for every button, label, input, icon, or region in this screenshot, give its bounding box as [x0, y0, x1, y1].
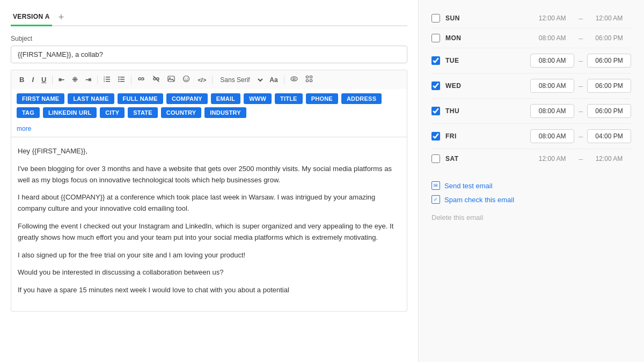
font-family-select[interactable]: Sans Serif Serif Monospace [216, 75, 265, 85]
schedule-day-label: FRI [445, 132, 465, 140]
schedule-checkbox-sat[interactable] [431, 154, 440, 163]
divider-2 [97, 76, 98, 84]
add-tab-button[interactable]: + [56, 11, 67, 23]
schedule-checkbox-wed[interactable] [431, 82, 440, 90]
end-time-input[interactable] [587, 79, 631, 93]
end-time-input[interactable] [587, 129, 631, 143]
end-time-input[interactable] [587, 54, 631, 68]
time-dash: – [579, 14, 583, 23]
schedule-checkbox-thu[interactable] [431, 107, 440, 115]
schedule-row-fri: FRI– [431, 124, 631, 149]
spam-check-link[interactable]: ✓ Spam check this email [431, 195, 631, 204]
tag-industry[interactable]: INDUSTRY [204, 107, 246, 118]
svg-point-17 [291, 77, 297, 81]
schedule-day-label: SUN [445, 14, 465, 22]
svg-point-14 [184, 76, 189, 82]
align-center-button[interactable]: ⁜ [69, 74, 80, 85]
tag-state[interactable]: STATE [128, 107, 158, 118]
subject-label: Subject [11, 35, 407, 42]
tag-address[interactable]: ADDRESS [341, 93, 382, 104]
schedule-time-range: – [530, 129, 631, 143]
email-editor-panel: VERSION A + Subject B I U ⇤ ⁜ ⇥ 123 [0, 0, 419, 362]
tag-tag[interactable]: TAG [17, 107, 40, 118]
svg-point-18 [293, 78, 295, 80]
code-button[interactable]: </> [195, 75, 209, 85]
tag-title[interactable]: TITLE [275, 93, 303, 104]
svg-rect-19 [306, 76, 308, 78]
editor-toolbar: B I U ⇤ ⁜ ⇥ 123 </> Sans Serif Serif [11, 70, 407, 89]
tag-first-name[interactable]: FIRST NAME [17, 93, 64, 104]
time-dash: – [579, 154, 583, 163]
subject-input[interactable] [11, 46, 407, 63]
start-time-input[interactable] [530, 104, 574, 118]
email-body-editor[interactable]: Hey {{FIRST_NAME}},I've been blogging fo… [11, 137, 407, 312]
divider-3 [131, 76, 131, 84]
delete-email-link[interactable]: Delete this email [431, 213, 631, 221]
tag-last-name[interactable]: LAST NAME [68, 93, 114, 104]
divider-1 [52, 76, 53, 84]
body-paragraph: Would you be interested in discussing a … [18, 267, 400, 278]
more-link[interactable]: more [17, 125, 31, 132]
tag-phone[interactable]: PHONE [306, 93, 338, 104]
body-paragraph: Following the event I checked out your I… [18, 221, 400, 243]
tag-full-name[interactable]: FULL NAME [118, 93, 163, 104]
unlink-button[interactable] [150, 73, 163, 86]
schedule-checkbox-mon[interactable] [431, 34, 440, 42]
ordered-list-button[interactable]: 123 [101, 74, 113, 86]
tag-country[interactable]: COUNTRY [161, 107, 202, 118]
link-button[interactable] [135, 73, 148, 86]
bold-button[interactable]: B [17, 74, 27, 85]
underline-button[interactable]: U [39, 74, 49, 85]
start-time-input[interactable] [530, 79, 574, 93]
svg-point-11 [119, 80, 120, 82]
svg-rect-8 [120, 81, 125, 82]
tag-email[interactable]: EMAIL [211, 93, 240, 104]
start-time-input[interactable] [530, 54, 574, 68]
tag-linkedin-url[interactable]: LINKEDIN URL [43, 107, 97, 118]
image-button[interactable] [165, 73, 178, 86]
align-right-button[interactable]: ⇥ [83, 74, 94, 85]
time-dash: – [579, 132, 583, 141]
body-paragraph: If you have a spare 15 minutes next week… [18, 285, 400, 296]
time-dash: – [579, 107, 583, 115]
start-time-display: 12:00 AM [530, 155, 574, 162]
svg-rect-0 [106, 77, 110, 78]
time-dash: – [579, 34, 583, 42]
spam-check-icon: ✓ [431, 195, 440, 204]
align-left-button[interactable]: ⇤ [56, 74, 67, 85]
time-dash: – [579, 82, 583, 90]
schedule-row-wed: WED– [431, 73, 631, 99]
schedule-day-label: THU [445, 107, 465, 115]
schedule-checkbox-fri[interactable] [431, 132, 440, 141]
preview-button[interactable] [288, 73, 301, 86]
schedule-time-range: – [530, 54, 631, 68]
unordered-list-button[interactable] [115, 74, 128, 86]
send-test-email-link[interactable]: ✉ Send test email [431, 181, 631, 190]
svg-point-13 [170, 77, 171, 78]
schedule-time-range: 08:00 AM–06:00 PM [530, 34, 631, 42]
tag-city[interactable]: CITY [100, 107, 125, 118]
svg-point-15 [185, 78, 186, 78]
tag-company[interactable]: COMPANY [166, 93, 208, 104]
italic-button[interactable]: I [29, 74, 36, 85]
fullscreen-button[interactable] [303, 73, 316, 86]
schedule-checkbox-tue[interactable] [431, 56, 440, 65]
end-time-display: 12:00 AM [587, 155, 631, 162]
divider-5 [284, 76, 284, 84]
svg-rect-20 [310, 76, 312, 78]
schedule-checkbox-sun[interactable] [431, 14, 440, 23]
emoji-button[interactable] [180, 73, 193, 86]
schedule-row-mon: MON08:00 AM–06:00 PM [431, 28, 631, 48]
start-time-input[interactable] [530, 129, 574, 143]
schedule-container: SUN12:00 AM–12:00 AMMON08:00 AM–06:00 PM… [431, 9, 631, 168]
end-time-input[interactable] [587, 104, 631, 118]
svg-point-16 [187, 78, 188, 78]
svg-point-9 [119, 76, 120, 77]
body-paragraph: I also signed up for the free trial on y… [18, 250, 400, 261]
time-dash: – [579, 56, 583, 65]
schedule-time-range: 12:00 AM–12:00 AM [530, 14, 631, 23]
tag-www[interactable]: WWW [244, 93, 272, 104]
font-size-button[interactable]: Aa [267, 75, 280, 85]
more-link-container: more [11, 122, 407, 137]
tab-version-a[interactable]: VERSION A [11, 9, 52, 26]
